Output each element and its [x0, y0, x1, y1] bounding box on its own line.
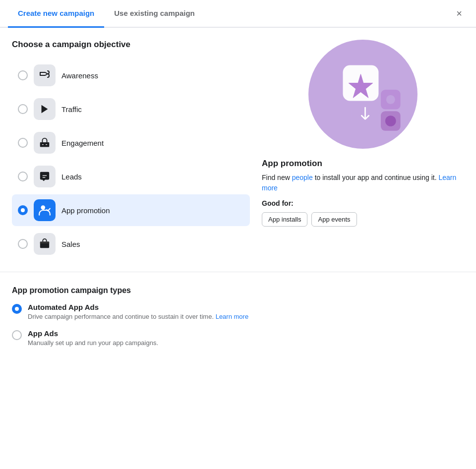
svg-point-9 [386, 95, 395, 104]
app-ads-desc: Manually set up and run your app campaig… [28, 339, 158, 348]
icon-sales [34, 233, 56, 255]
tag-app-installs: App installs [262, 212, 307, 227]
promo-title: App promotion [262, 159, 464, 169]
label-sales: Sales [61, 240, 80, 248]
radio-automated-ads[interactable] [12, 304, 22, 314]
radio-sales[interactable] [18, 239, 28, 249]
label-leads: Leads [61, 173, 82, 181]
campaign-type-app-ads-row: App Ads Manually set up and run your app… [12, 329, 464, 348]
automated-ads-desc-text: Drive campaign performance and continue … [28, 313, 214, 320]
label-engagement: Engagement [61, 139, 104, 147]
good-for-label: Good for: [262, 199, 464, 207]
automated-ads-label: Automated App Ads [28, 303, 248, 311]
campaign-type-app-ads-content: App Ads Manually set up and run your app… [28, 329, 158, 348]
promo-desc-after: to install your app and continue using i… [313, 174, 437, 181]
automated-ads-desc: Drive campaign performance and continue … [28, 312, 248, 321]
left-panel: Choose a campaign objective Awareness Tr… [12, 40, 250, 260]
right-panel: App promotion Find new people to install… [262, 40, 464, 260]
icon-engagement [34, 132, 56, 154]
tabs-bar: Create new campaign Use existing campaig… [0, 0, 476, 28]
objective-engagement[interactable]: Engagement [12, 127, 250, 159]
campaign-type-automated-content: Automated App Ads Drive campaign perform… [28, 303, 248, 321]
tag-app-events: App events [311, 212, 357, 227]
objective-traffic[interactable]: Traffic [12, 93, 250, 125]
objective-awareness[interactable]: Awareness [12, 59, 250, 91]
main-content: Choose a campaign objective Awareness Tr… [0, 28, 476, 260]
radio-traffic[interactable] [18, 104, 28, 114]
tab-use-existing[interactable]: Use existing campaign [104, 0, 205, 28]
svg-rect-0 [40, 142, 49, 147]
icon-traffic [34, 98, 56, 120]
campaign-type-automated-row: Automated App Ads Drive campaign perform… [12, 303, 464, 321]
objective-app-promotion[interactable]: App promotion [12, 194, 250, 226]
section-title: Choose a campaign objective [12, 40, 250, 50]
radio-awareness[interactable] [18, 70, 28, 80]
tab-create-new[interactable]: Create new campaign [8, 0, 104, 28]
svg-point-1 [41, 205, 45, 210]
campaign-type-automated[interactable]: Automated App Ads Drive campaign perform… [12, 303, 464, 321]
label-app-promotion: App promotion [61, 206, 110, 215]
campaign-types-title: App promotion campaign types [12, 286, 464, 295]
promo-desc: Find new people to install your app and … [262, 173, 464, 193]
label-awareness: Awareness [61, 71, 98, 80]
bottom-section: App promotion campaign types Automated A… [0, 272, 476, 367]
svg-point-11 [385, 116, 396, 126]
icon-leads [34, 166, 56, 187]
svg-rect-3 [40, 241, 49, 243]
promo-desc-before: Find new [262, 174, 292, 181]
icon-app-promotion [34, 199, 56, 221]
close-button[interactable]: × [450, 4, 468, 22]
app-ads-label: App Ads [28, 329, 158, 338]
app-promo-illustration [308, 40, 417, 149]
radio-engagement[interactable] [18, 138, 28, 148]
objective-sales[interactable]: Sales [12, 228, 250, 260]
automated-ads-learn-more[interactable]: Learn more [216, 313, 248, 320]
tags-container: App installs App events [262, 212, 464, 227]
radio-leads[interactable] [18, 172, 28, 181]
promo-people-link[interactable]: people [292, 174, 313, 181]
radio-app-ads[interactable] [12, 330, 22, 340]
icon-awareness [34, 64, 56, 86]
campaign-type-app-ads[interactable]: App Ads Manually set up and run your app… [12, 329, 464, 348]
radio-app-promotion[interactable] [18, 205, 28, 215]
label-traffic: Traffic [61, 105, 82, 114]
objective-list: Awareness Traffic Engagement [12, 59, 250, 260]
objective-leads[interactable]: Leads [12, 161, 250, 192]
